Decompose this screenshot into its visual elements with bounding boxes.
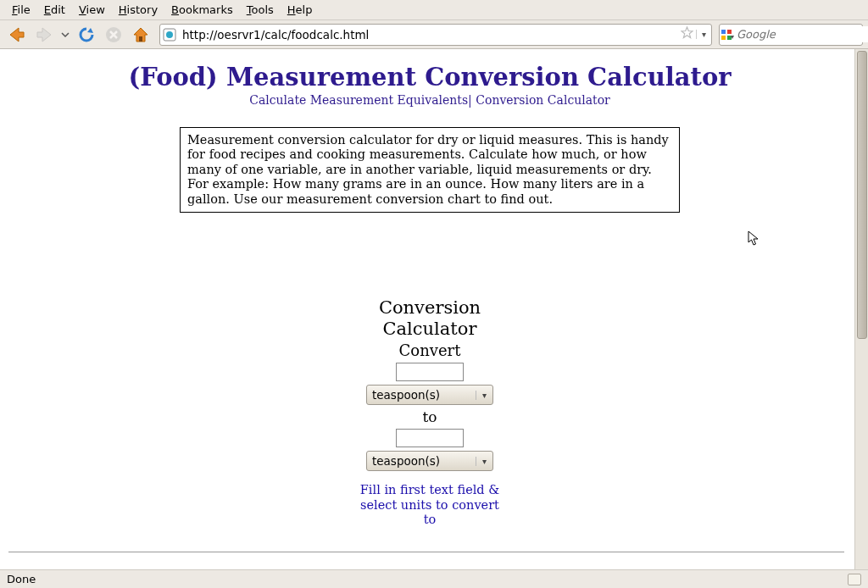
from-unit-select[interactable]: teaspoon(s) ▾ [366, 385, 493, 405]
url-input[interactable] [179, 26, 677, 43]
stop-button[interactable] [102, 23, 125, 47]
from-unit-value: teaspoon(s) [367, 388, 476, 402]
to-value-input[interactable] [396, 429, 464, 447]
description-box: Measurement conversion calculator for dr… [180, 127, 680, 213]
svg-rect-1 [139, 36, 142, 42]
divider [8, 552, 844, 552]
search-engine-button[interactable]: ▾ [720, 28, 733, 42]
nav-history-dropdown[interactable] [59, 31, 71, 39]
to-unit-select[interactable]: teaspoon(s) ▾ [366, 451, 493, 471]
scrollbar-thumb[interactable] [857, 51, 867, 339]
home-button[interactable] [129, 23, 153, 47]
menu-bookmarks[interactable]: Bookmarks [164, 1, 240, 19]
hint-text: Fill in first text field & select units … [8, 483, 851, 527]
reload-icon [77, 25, 96, 44]
reload-button[interactable] [75, 23, 98, 47]
back-arrow-icon [7, 25, 27, 45]
menu-edit[interactable]: Edit [37, 1, 72, 19]
search-input[interactable] [733, 26, 868, 42]
forward-button[interactable] [32, 23, 56, 47]
menu-history[interactable]: History [112, 1, 164, 19]
search-box: ▾ [719, 24, 863, 46]
svg-rect-6 [721, 36, 726, 40]
status-bar: Done [0, 569, 868, 588]
url-dropdown[interactable]: ▾ [696, 30, 711, 39]
convert-label: Convert [8, 341, 851, 359]
calc-heading: Conversion Calculator [8, 297, 851, 340]
url-bar: ▾ [159, 24, 712, 46]
menu-help[interactable]: Help [281, 1, 320, 19]
chevron-down-icon: ▾ [731, 33, 734, 41]
back-button[interactable] [5, 23, 29, 47]
chevron-down-icon [61, 31, 70, 39]
page-favicon-icon [163, 28, 176, 42]
star-icon [681, 26, 693, 39]
to-label: to [8, 408, 851, 425]
page-title: (Food) Measurement Conversion Calculator [8, 63, 851, 92]
page-subtitle: Calculate Measurement Equivalents| Conve… [8, 93, 851, 107]
notepad-icon[interactable] [848, 574, 861, 585]
forward-arrow-icon [34, 25, 54, 45]
conversion-calculator: Conversion Calculator Convert teaspoon(s… [8, 297, 851, 528]
chevron-down-icon: ▾ [476, 391, 492, 400]
from-value-input[interactable] [396, 363, 464, 381]
menu-tools[interactable]: Tools [240, 1, 281, 19]
menu-view[interactable]: View [72, 1, 112, 19]
svg-rect-4 [721, 30, 726, 34]
site-identity-button[interactable] [160, 28, 179, 42]
menu-file[interactable]: File [5, 1, 37, 19]
stop-icon [104, 25, 123, 44]
menu-bar: File Edit View History Bookmarks Tools H… [0, 0, 868, 20]
chevron-down-icon: ▾ [476, 457, 492, 466]
vertical-scrollbar[interactable] [854, 49, 868, 569]
svg-point-3 [166, 31, 173, 38]
nav-toolbar: ▾ ▾ [0, 20, 868, 49]
status-text: Done [7, 573, 36, 585]
bookmark-star-button[interactable] [677, 26, 696, 42]
page-body: (Food) Measurement Conversion Calculator… [0, 49, 868, 569]
content-viewport: (Food) Measurement Conversion Calculator… [0, 49, 868, 569]
to-unit-value: teaspoon(s) [367, 454, 476, 468]
home-icon [131, 25, 150, 44]
